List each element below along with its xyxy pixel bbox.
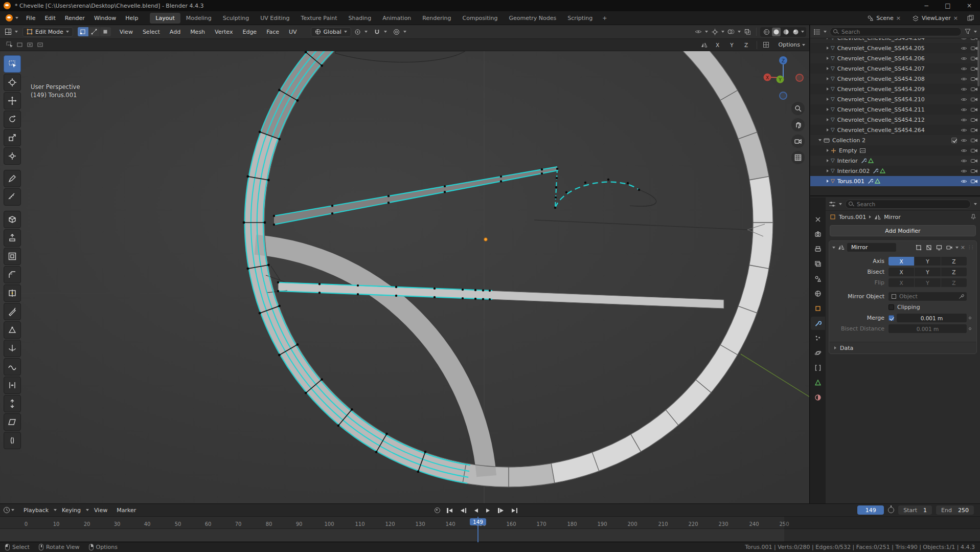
workspace-tab-geometry-nodes[interactable]: Geometry Nodes: [503, 13, 562, 24]
expand-chevron-icon[interactable]: [827, 169, 829, 172]
tool-smooth[interactable]: [4, 358, 21, 376]
use-preview-range-icon[interactable]: [888, 507, 894, 513]
menu-vertex[interactable]: Vertex: [211, 27, 237, 37]
maximize-button[interactable]: □: [937, 0, 959, 11]
bisect-z-button[interactable]: Z: [941, 268, 967, 276]
scene-selector[interactable]: Scene ×: [865, 14, 903, 23]
tab-object[interactable]: [811, 302, 825, 315]
axis-x-button[interactable]: X: [888, 257, 914, 266]
jump-to-start-button[interactable]: [445, 507, 454, 514]
flip-y-button[interactable]: Y: [915, 278, 940, 287]
collapse-chevron-icon[interactable]: [818, 139, 822, 141]
hide-in-viewport-icon[interactable]: [961, 118, 967, 122]
outliner-row[interactable]: ▽ Interior.002: [810, 166, 980, 176]
outliner-row[interactable]: ▽ Chevrolet_Chevelle_SS454.212: [810, 115, 980, 125]
outliner-row[interactable]: ▽ Chevrolet_Chevelle_SS454.210: [810, 94, 980, 104]
view-layer-selector[interactable]: ViewLayer ×: [910, 14, 960, 23]
mirror-object-field[interactable]: Object: [888, 292, 967, 301]
gizmo-minus-z-axis[interactable]: [780, 92, 787, 99]
disable-in-render-icon[interactable]: [971, 169, 977, 173]
tool-scale[interactable]: [4, 129, 21, 146]
clipping-checkbox[interactable]: [888, 304, 894, 310]
disable-in-render-icon[interactable]: [971, 38, 977, 40]
hide-in-viewport-icon[interactable]: [961, 179, 967, 184]
viewport-canvas[interactable]: User Perspective (149) Torus.001: [0, 51, 810, 503]
tool-inset-faces[interactable]: [4, 248, 21, 265]
expand-chevron-icon[interactable]: [827, 98, 829, 101]
tool-transform[interactable]: [4, 147, 21, 165]
clipping-label[interactable]: Clipping: [897, 304, 920, 311]
axis-y-button[interactable]: Y: [915, 257, 940, 266]
outliner-row[interactable]: ▽ Chevrolet_Chevelle_SS454.209: [810, 84, 980, 94]
tool-add-cube[interactable]: [4, 211, 21, 228]
breadcrumb-modifier[interactable]: Mirror: [884, 214, 900, 220]
tab-output[interactable]: [811, 242, 825, 256]
eyedropper-icon[interactable]: [959, 294, 964, 299]
expand-chevron-icon[interactable]: [827, 180, 829, 183]
disable-in-render-icon[interactable]: [971, 128, 977, 133]
workspace-tab-uv-editing[interactable]: UV Editing: [255, 13, 295, 24]
modifier-close-icon[interactable]: ×: [961, 244, 965, 251]
disable-in-render-icon[interactable]: [971, 87, 977, 92]
scene-unlink-icon[interactable]: ×: [896, 15, 901, 21]
render-display-icon[interactable]: [945, 244, 953, 252]
menu-select[interactable]: Select: [139, 27, 164, 37]
options-label[interactable]: Options: [779, 41, 800, 48]
show-overlays-icon[interactable]: [726, 27, 736, 36]
hide-in-viewport-icon[interactable]: [961, 97, 967, 102]
workspace-tab-compositing[interactable]: Compositing: [457, 13, 504, 24]
tab-constraints[interactable]: [811, 361, 825, 374]
play-button[interactable]: [485, 507, 491, 514]
hide-in-viewport-icon[interactable]: [961, 87, 967, 92]
close-button[interactable]: ×: [959, 0, 980, 11]
workspace-tab-rendering[interactable]: Rendering: [417, 13, 457, 24]
tweak-select-icon[interactable]: [4, 40, 14, 50]
view-layer-unlink-icon[interactable]: ×: [953, 15, 958, 21]
collection-exclude-checkbox[interactable]: [951, 138, 957, 143]
select-new-icon[interactable]: [14, 40, 25, 50]
menu-file[interactable]: File: [21, 13, 40, 23]
mirror-z-toggle[interactable]: Z: [740, 40, 753, 49]
mode-dropdown[interactable]: Edit Mode: [22, 27, 73, 37]
jump-to-end-button[interactable]: [510, 507, 519, 514]
modifier-drag-grip[interactable]: ⋮⋮: [967, 245, 973, 250]
disable-in-render-icon[interactable]: [971, 179, 977, 184]
menu-face[interactable]: Face: [262, 27, 283, 37]
outliner-scrollbar[interactable]: [977, 40, 979, 86]
face-select-button[interactable]: [100, 27, 111, 36]
show-gizmos-icon[interactable]: [710, 27, 720, 36]
expand-chevron-icon[interactable]: [827, 57, 829, 60]
menu-view[interactable]: View: [116, 27, 137, 37]
hide-in-viewport-icon[interactable]: [961, 56, 967, 61]
animate-property-icon[interactable]: [969, 327, 971, 330]
menu-mesh[interactable]: Mesh: [186, 27, 209, 37]
jump-to-prev-keyframe-button[interactable]: [459, 507, 468, 514]
workspace-tab-modeling[interactable]: Modeling: [180, 13, 217, 24]
workspace-tab-animation[interactable]: Animation: [377, 13, 417, 24]
on-cage-icon[interactable]: [915, 244, 923, 252]
disable-in-render-icon[interactable]: [971, 138, 977, 143]
menu-window[interactable]: Window: [89, 13, 121, 23]
pivot-point-icon[interactable]: [353, 27, 363, 36]
disable-in-render-icon[interactable]: [971, 107, 977, 112]
expand-chevron-icon[interactable]: [827, 47, 829, 50]
hide-in-viewport-icon[interactable]: [961, 107, 967, 112]
tool-select-box[interactable]: [4, 55, 21, 73]
outliner-editor-icon[interactable]: [813, 29, 821, 35]
tool-cursor[interactable]: [4, 74, 21, 91]
outliner-row-collection[interactable]: Collection 2: [810, 135, 980, 145]
disable-in-render-icon[interactable]: [971, 46, 977, 51]
workspace-tab-scripting[interactable]: Scripting: [562, 13, 598, 24]
flip-x-button[interactable]: X: [888, 278, 914, 287]
expand-chevron-icon[interactable]: [827, 38, 829, 39]
expand-chevron-icon[interactable]: [827, 149, 829, 152]
expand-chevron-icon[interactable]: [827, 108, 829, 111]
tool-bevel[interactable]: [4, 266, 21, 283]
menu-add[interactable]: Add: [166, 27, 185, 37]
add-workspace-button[interactable]: +: [598, 14, 611, 23]
tool-edge-slide[interactable]: [4, 377, 21, 394]
jump-to-next-keyframe-button[interactable]: [496, 507, 505, 514]
axis-z-button[interactable]: Z: [941, 257, 967, 266]
menu-view[interactable]: View: [90, 505, 111, 515]
pin-icon[interactable]: [971, 214, 976, 220]
